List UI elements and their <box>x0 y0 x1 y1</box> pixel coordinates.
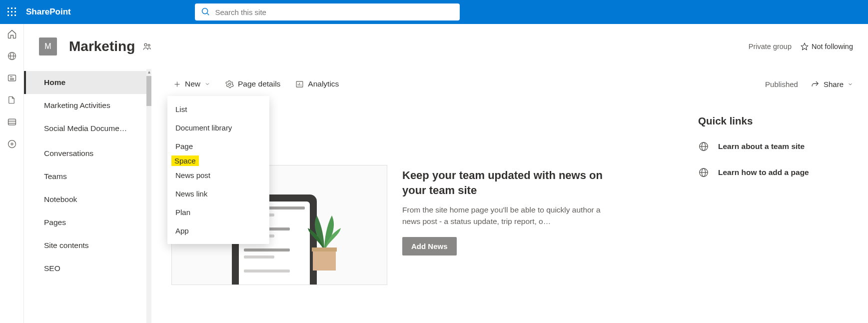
page-details-label: Page details <box>238 80 280 88</box>
new-button[interactable]: New <box>171 76 212 92</box>
nav-scrollbar-track[interactable]: ▴ <box>146 69 151 323</box>
nav-item-teams[interactable]: Teams <box>24 165 151 188</box>
share-label: Share <box>824 80 844 88</box>
svg-rect-3 <box>7 11 9 12</box>
nav-item-site-contents[interactable]: Site contents <box>24 234 151 257</box>
menu-item-list[interactable]: List <box>167 100 269 118</box>
teams-icon[interactable] <box>142 42 152 52</box>
follow-label: Not following <box>812 42 853 50</box>
news-hero-desc: From the site home page you'll be able t… <box>402 204 617 227</box>
nav-scrollbar-thumb[interactable] <box>146 76 151 106</box>
published-label: Published <box>765 80 798 88</box>
share-icon <box>811 80 820 88</box>
menu-item-news-link[interactable]: News link <box>167 184 269 203</box>
search-icon <box>201 7 210 18</box>
quick-links: Quick links Learn about a team site Lear… <box>698 115 848 193</box>
svg-rect-18 <box>8 119 15 125</box>
menu-item-plan[interactable]: Plan <box>167 203 269 222</box>
news-icon[interactable] <box>7 73 17 83</box>
menu-item-app[interactable]: App <box>167 222 269 240</box>
svg-rect-2 <box>14 8 16 9</box>
waffle-icon <box>7 8 16 16</box>
svg-rect-0 <box>7 8 9 9</box>
top-bar: SharePoint <box>0 0 868 24</box>
chevron-down-icon <box>204 81 210 87</box>
svg-rect-6 <box>7 14 9 16</box>
svg-rect-14 <box>8 75 15 81</box>
file-icon[interactable] <box>7 95 17 105</box>
site-title: Marketing <box>69 38 135 54</box>
svg-rect-8 <box>14 14 16 16</box>
star-icon <box>801 42 809 50</box>
analytics-icon <box>295 80 304 88</box>
site-logo[interactable]: M <box>39 38 57 56</box>
app-launcher-button[interactable] <box>4 4 20 20</box>
globe-icon <box>698 167 709 178</box>
list-icon[interactable] <box>7 117 17 127</box>
new-menu: List Document library Page Space News po… <box>167 96 269 244</box>
news-hero-title: Keep your team updated with news on your… <box>402 168 617 198</box>
follow-button[interactable]: Not following <box>801 42 853 50</box>
search-input[interactable] <box>195 4 460 20</box>
quick-link-learn-team-site[interactable]: Learn about a team site <box>698 141 848 152</box>
privacy-label: Private group <box>749 42 792 50</box>
globe-icon[interactable] <box>7 51 17 61</box>
globe-icon <box>698 141 709 152</box>
nav-item-seo[interactable]: SEO <box>24 257 151 280</box>
plant-graphic <box>302 210 347 276</box>
site-nav: Home Marketing Activities Social Media D… <box>24 69 151 323</box>
below-header: Home Marketing Activities Social Media D… <box>24 69 868 323</box>
site-header-right: Private group Not following <box>749 42 853 50</box>
page: M Marketing Private group Not following … <box>24 24 868 323</box>
svg-rect-34 <box>313 250 336 270</box>
svg-point-25 <box>148 44 150 46</box>
menu-item-space[interactable]: Space <box>171 156 199 166</box>
menu-item-page[interactable]: Page <box>167 137 269 156</box>
svg-rect-35 <box>312 248 337 252</box>
chevron-down-icon <box>848 82 853 87</box>
svg-rect-7 <box>11 14 12 16</box>
scroll-up-icon[interactable]: ▴ <box>146 69 151 75</box>
gear-icon <box>225 80 234 88</box>
search-wrap <box>195 4 460 20</box>
nav-item-social-media-documents[interactable]: Social Media Docume… <box>24 117 151 142</box>
command-bar-right: Published Share <box>765 80 853 88</box>
brand-label[interactable]: SharePoint <box>26 7 71 17</box>
analytics-button[interactable]: Analytics <box>293 76 341 92</box>
quick-link-label: Learn how to add a page <box>718 168 809 177</box>
svg-rect-1 <box>11 8 12 9</box>
svg-line-10 <box>207 14 209 16</box>
svg-marker-26 <box>801 43 808 50</box>
quick-links-title: Quick links <box>698 115 848 127</box>
nav-item-home[interactable]: Home <box>24 71 151 94</box>
nav-item-marketing-activities[interactable]: Marketing Activities <box>24 94 151 117</box>
svg-point-29 <box>228 83 230 85</box>
site-header: M Marketing Private group Not following <box>24 24 868 69</box>
new-label: New <box>185 80 200 88</box>
svg-rect-5 <box>14 11 16 12</box>
svg-rect-4 <box>11 11 12 12</box>
quick-link-label: Learn about a team site <box>718 142 805 151</box>
page-details-button[interactable]: Page details <box>223 76 282 92</box>
add-news-button[interactable]: Add News <box>402 237 457 256</box>
nav-item-pages[interactable]: Pages <box>24 211 151 234</box>
left-rail <box>0 24 24 323</box>
analytics-label: Analytics <box>308 80 339 88</box>
plus-icon <box>173 80 181 88</box>
nav-item-conversations[interactable]: Conversations <box>24 142 151 165</box>
quick-link-add-page[interactable]: Learn how to add a page <box>698 167 848 178</box>
content-area: New Page details Analytics Published Sha… <box>151 69 868 323</box>
nav-item-notebook[interactable]: Notebook <box>24 188 151 211</box>
menu-item-document-library[interactable]: Document library <box>167 118 269 137</box>
share-button[interactable]: Share <box>811 80 853 88</box>
home-icon[interactable] <box>7 29 17 39</box>
svg-point-9 <box>202 8 208 14</box>
svg-point-24 <box>144 44 147 46</box>
news-hero-text: Keep your team updated with news on your… <box>402 165 617 285</box>
command-bar: New Page details Analytics Published Sha… <box>171 69 853 99</box>
add-icon[interactable] <box>7 139 17 149</box>
menu-item-news-post[interactable]: News post <box>167 166 269 184</box>
